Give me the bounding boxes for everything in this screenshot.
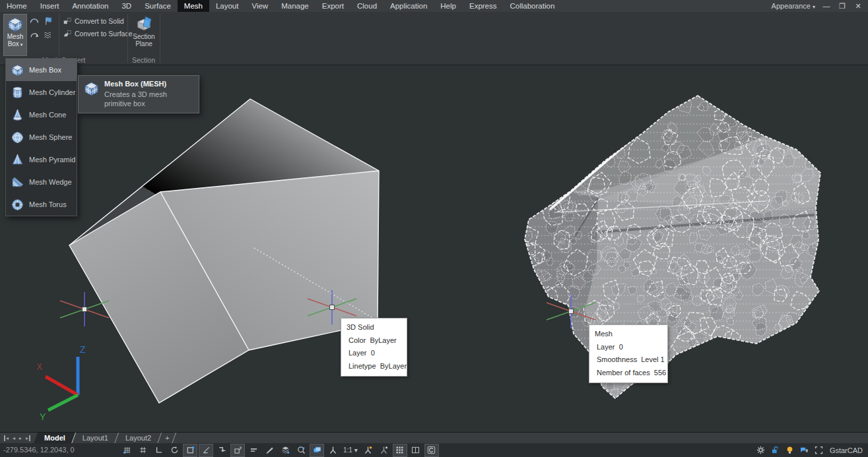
dropdown-item-mesh-box[interactable]: Mesh Box bbox=[6, 59, 77, 81]
convert-to-solid-icon bbox=[63, 16, 72, 26]
dropdown-item-mesh-wedge[interactable]: Mesh Wedge bbox=[6, 171, 77, 193]
menu-item-layout[interactable]: Layout bbox=[209, 0, 246, 12]
object-snap-toggle[interactable] bbox=[183, 444, 197, 457]
menu-item-export[interactable]: Export bbox=[316, 0, 351, 12]
viewport-canvas[interactable]: ZXY bbox=[0, 0, 868, 457]
menu-item-surface[interactable]: Surface bbox=[138, 0, 178, 12]
menu-item-application[interactable]: Application bbox=[384, 0, 434, 12]
first-tab-icon[interactable]: ◂ bbox=[4, 435, 9, 441]
mesh-pyramid-icon bbox=[11, 153, 24, 167]
convert-to-surface-icon bbox=[63, 29, 72, 38]
lock-ui-icon[interactable] bbox=[770, 445, 780, 455]
full-screen-icon[interactable] bbox=[814, 445, 824, 455]
auto-annotation-toggle[interactable] bbox=[377, 444, 391, 457]
ucs-icon: ZXY bbox=[36, 344, 86, 422]
object-snap-3d-toggle[interactable] bbox=[230, 444, 245, 457]
mesh-box-icon bbox=[11, 63, 24, 77]
solid-properties-tooltip: 3D Solid Color ByLayer Layer 0 Linetype … bbox=[341, 318, 407, 377]
dynamic-ucs-toggle[interactable] bbox=[215, 444, 229, 457]
ucs-y-label: Y bbox=[40, 411, 46, 422]
menu-item-annotation[interactable]: Annotation bbox=[65, 0, 115, 12]
tab-layout2[interactable]: Layout2 bbox=[117, 433, 160, 444]
mesh-torus-icon bbox=[11, 198, 24, 212]
menu-item-home[interactable]: Home bbox=[0, 0, 34, 12]
annotation-scale-value[interactable]: 1:1 ▾ bbox=[341, 446, 360, 454]
ortho-mode-toggle[interactable] bbox=[151, 444, 166, 457]
magnifier-toggle[interactable] bbox=[294, 444, 308, 457]
transparency-toggle[interactable] bbox=[278, 444, 292, 457]
annotation-visibility-toggle[interactable] bbox=[361, 444, 376, 457]
isolate-objects-toggle[interactable] bbox=[393, 444, 407, 457]
close-button[interactable]: ✕ bbox=[853, 2, 863, 11]
ribbon: Mesh Box ▾ Convert to Solid Convert to S… bbox=[0, 12, 868, 65]
viewport-split-toggle[interactable] bbox=[409, 444, 423, 457]
settings-icon[interactable] bbox=[756, 445, 766, 455]
ribbon-tooltip: Mesh Box (MESH) Creates a 3D mesh primit… bbox=[78, 75, 199, 113]
dropdown-item-mesh-sphere[interactable]: Mesh Sphere bbox=[6, 126, 77, 148]
menu-item-help[interactable]: Help bbox=[434, 0, 463, 12]
last-tab-icon[interactable]: ▸ bbox=[26, 435, 30, 441]
menu-item-collaboration[interactable]: Collaboration bbox=[504, 0, 562, 12]
mesh-box-icon bbox=[83, 80, 100, 97]
status-bar: -279.5346, 12.2043, 0 1:1 ▾ GstarCAD bbox=[0, 443, 868, 457]
mesh-cylinder-icon bbox=[11, 86, 24, 100]
menu-item-view[interactable]: View bbox=[245, 0, 275, 12]
mesh-primitives-dropdown: Mesh Box Mesh Cylinder Mesh Cone Mesh Sp… bbox=[5, 58, 77, 216]
annotation-scale-toggle[interactable] bbox=[325, 444, 340, 457]
tab-layout1[interactable]: Layout1 bbox=[74, 433, 117, 444]
lineweight-toggle[interactable] bbox=[262, 444, 277, 457]
prev-tab-icon[interactable]: ◂ bbox=[13, 435, 15, 441]
mesh-cone-icon bbox=[11, 108, 24, 122]
menu-bar: Home Insert Annotation 3D Surface Mesh L… bbox=[0, 0, 868, 12]
dropdown-item-mesh-pyramid[interactable]: Mesh Pyramid bbox=[6, 148, 77, 171]
mesh-box-button[interactable]: Mesh Box ▾ bbox=[3, 14, 27, 56]
mesh-sphere-icon bbox=[11, 131, 24, 144]
mesh-properties-tooltip: Mesh Layer 0 Smoothness Level 1 Nember o… bbox=[589, 324, 668, 383]
restore-button[interactable]: ❐ bbox=[838, 2, 847, 11]
smooth-less-button[interactable] bbox=[29, 30, 40, 40]
layout-tab-bar: ◂ ◂ ▸ ▸ Model Layout1 Layout2 + bbox=[0, 432, 868, 444]
smooth-more-button[interactable] bbox=[43, 16, 53, 26]
menu-item-manage[interactable]: Manage bbox=[275, 0, 316, 12]
object-snap-tracking-toggle[interactable] bbox=[199, 444, 213, 457]
refine-mesh-button[interactable] bbox=[43, 30, 53, 40]
menu-item-express[interactable]: Express bbox=[463, 0, 504, 12]
chevron-down-icon: ▾ bbox=[19, 42, 22, 47]
brand-label: GstarCAD bbox=[828, 446, 863, 454]
minimize-button[interactable]: — bbox=[822, 2, 831, 10]
clean-screen-toggle[interactable] bbox=[424, 444, 439, 457]
collaboration-chat-icon[interactable] bbox=[799, 445, 809, 455]
tab-add-layout[interactable]: + bbox=[160, 433, 174, 444]
status-toggles: 1:1 ▾ bbox=[119, 444, 439, 456]
convert-to-solid-button[interactable]: Convert to Solid bbox=[63, 16, 124, 26]
selection-cycling-toggle[interactable] bbox=[310, 444, 324, 457]
mesh-wedge-icon bbox=[11, 175, 24, 189]
convert-to-surface-button[interactable]: Convert to Surface bbox=[63, 28, 133, 39]
mesh-box-icon bbox=[7, 16, 24, 33]
tooltip-title: Mesh Box (MESH) bbox=[104, 80, 194, 88]
menu-item-mesh[interactable]: Mesh bbox=[178, 0, 209, 12]
next-tab-icon[interactable]: ▸ bbox=[19, 435, 22, 441]
dropdown-item-mesh-torus[interactable]: Mesh Torus bbox=[6, 193, 77, 216]
dropdown-item-mesh-cone[interactable]: Mesh Cone bbox=[6, 104, 77, 126]
section-plane-icon bbox=[135, 15, 152, 32]
tooltip-body: Creates a 3D mesh primitive box bbox=[104, 90, 194, 108]
smooth-object-button[interactable] bbox=[29, 16, 40, 26]
grid-display-toggle[interactable] bbox=[135, 444, 150, 457]
section-plane-button[interactable]: SectionPlane bbox=[131, 14, 157, 55]
menu-item-insert[interactable]: Insert bbox=[34, 0, 66, 12]
snap-grid-toggle[interactable] bbox=[119, 444, 134, 457]
coordinates-readout: -279.5346, 12.2043, 0 bbox=[3, 443, 75, 457]
menu-item-3d[interactable]: 3D bbox=[115, 0, 138, 12]
tips-icon[interactable] bbox=[785, 445, 795, 455]
polar-tracking-toggle[interactable] bbox=[167, 444, 182, 457]
dropdown-item-mesh-cylinder[interactable]: Mesh Cylinder bbox=[6, 81, 77, 104]
tab-model[interactable]: Model bbox=[36, 433, 74, 444]
chevron-down-icon: ▾ bbox=[813, 4, 815, 10]
ucs-z-label: Z bbox=[80, 344, 86, 355]
ucs-x-label: X bbox=[36, 361, 43, 372]
dynamic-input-toggle[interactable] bbox=[246, 444, 261, 457]
appearance-menu[interactable]: Appearance ▾ bbox=[772, 2, 815, 10]
panel-label-section: Section bbox=[127, 56, 160, 64]
menu-item-cloud[interactable]: Cloud bbox=[351, 0, 384, 12]
